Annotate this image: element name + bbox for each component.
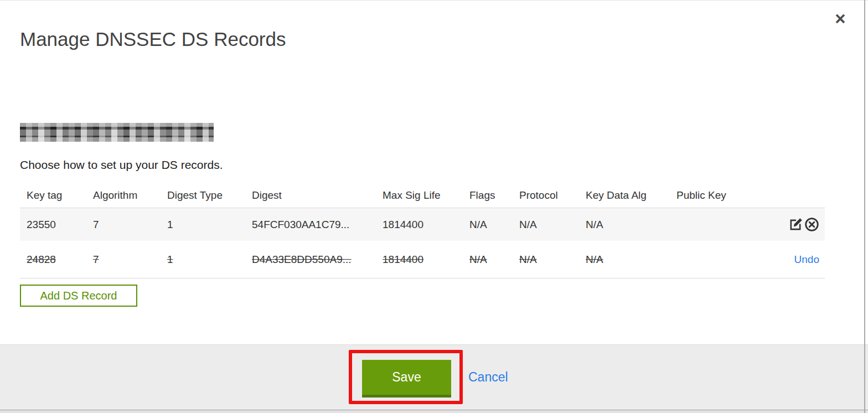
- edit-icon[interactable]: [788, 217, 803, 232]
- col-header-algorithm: Algorithm: [86, 189, 161, 202]
- cancel-link[interactable]: Cancel: [468, 360, 508, 395]
- col-header-key-tag: Key tag: [20, 189, 86, 202]
- cell-key-data-alg: N/A: [579, 219, 670, 231]
- cell-key-data-alg: N/A: [579, 254, 670, 266]
- window-top-border: [0, 0, 868, 1]
- cell-max-sig-life: 1814400: [376, 219, 463, 231]
- col-header-public-key: Public Key: [670, 189, 779, 202]
- row-actions: [779, 217, 825, 232]
- cell-key-tag: 24828: [20, 254, 86, 266]
- window-right-border: [864, 0, 865, 413]
- page-title: Manage DNSSEC DS Records: [20, 28, 286, 50]
- table-header-row: Key tag Algorithm Digest Type Digest Max…: [20, 183, 825, 208]
- save-button[interactable]: Save: [362, 360, 451, 397]
- subtitle-text: Choose how to set up your DS records.: [20, 158, 223, 172]
- close-icon[interactable]: ×: [830, 9, 850, 29]
- col-header-flags: Flags: [463, 189, 513, 202]
- cell-max-sig-life: 1814400: [376, 254, 463, 266]
- col-header-digest: Digest: [245, 189, 376, 202]
- cell-protocol: N/A: [513, 254, 579, 266]
- window-bottom-edge: [0, 410, 868, 413]
- cell-algorithm: 7: [86, 219, 161, 231]
- col-header-protocol: Protocol: [513, 189, 579, 202]
- cell-digest-type: 1: [161, 219, 245, 231]
- col-header-digest-type: Digest Type: [161, 189, 245, 202]
- cell-digest: D4A33E8DD550A9...: [245, 254, 376, 266]
- undo-link[interactable]: Undo: [794, 254, 819, 266]
- cell-digest: 54FCF030AA1C79...: [245, 219, 376, 231]
- table-row-deleted: 24828 7 1 D4A33E8DD550A9... 1814400 N/A …: [20, 241, 825, 278]
- redacted-domain-name: [20, 123, 214, 142]
- col-header-key-data-alg: Key Data Alg: [579, 189, 670, 202]
- table-row: 23550 7 1 54FCF030AA1C79... 1814400 N/A …: [20, 208, 825, 241]
- col-header-max-sig-life: Max Sig Life: [376, 189, 463, 202]
- delete-icon[interactable]: [804, 217, 819, 232]
- cell-protocol: N/A: [513, 219, 579, 231]
- cell-flags: N/A: [463, 254, 513, 266]
- cell-digest-type: 1: [161, 254, 245, 266]
- add-ds-record-button[interactable]: Add DS Record: [20, 285, 137, 307]
- cell-key-tag: 23550: [20, 219, 86, 231]
- row-actions: Undo: [779, 254, 825, 266]
- ds-records-table: Key tag Algorithm Digest Type Digest Max…: [20, 183, 825, 278]
- cell-algorithm: 7: [86, 254, 161, 266]
- cell-flags: N/A: [463, 219, 513, 231]
